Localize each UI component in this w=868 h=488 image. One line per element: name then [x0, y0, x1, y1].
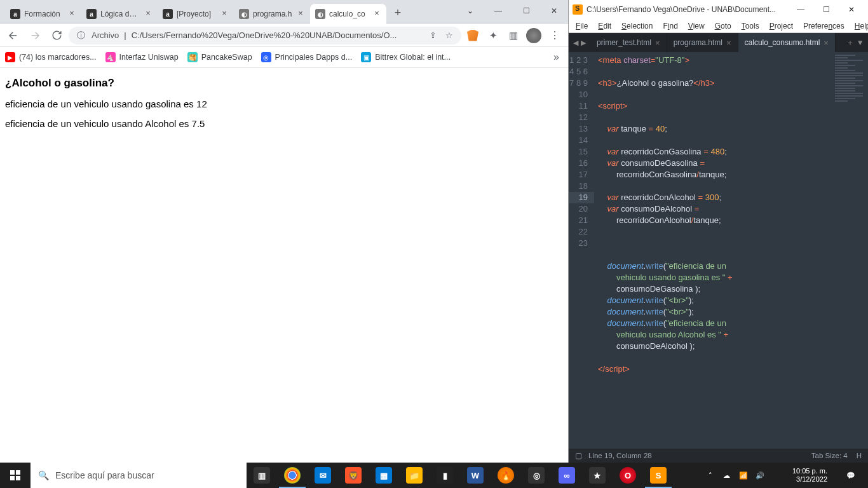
firefox-taskbar-icon[interactable]: 🔥	[491, 463, 521, 488]
favicon: a	[10, 9, 20, 19]
bittrex-icon: ▣	[361, 52, 371, 62]
url-scheme: Archivo	[92, 30, 119, 40]
new-tab-button[interactable]: +	[389, 4, 407, 22]
windows-logo-icon	[10, 470, 20, 480]
bookmarks-overflow-icon[interactable]: »	[550, 51, 563, 63]
maximize-button[interactable]: ☐	[512, 1, 540, 20]
bookmark-star-icon[interactable]: ☆	[444, 30, 455, 41]
line-gutter[interactable]: 1 2 3 4 5 6 7 8 9 10 11 12 13 14 15 16 1…	[569, 52, 594, 449]
obs-taskbar-icon[interactable]: ◎	[521, 463, 552, 488]
volume-tray-icon[interactable]: 🔊	[754, 470, 766, 481]
word-taskbar-icon[interactable]: W	[460, 463, 491, 488]
extensions-icon[interactable]: ✦	[484, 27, 502, 44]
bookmark-pancakeswap[interactable]: 🥞 PancakeSwap	[187, 52, 252, 62]
caret-down-icon[interactable]: ⌄	[456, 1, 484, 20]
minimize-button[interactable]: ―	[788, 1, 813, 18]
action-center-icon[interactable]: 💬	[837, 463, 864, 488]
close-icon[interactable]: ×	[655, 38, 660, 48]
tab-logica[interactable]: a Lógica de p ×	[81, 4, 158, 24]
tab-label: primer_test.html	[597, 38, 651, 47]
language-tray-icon[interactable]	[771, 470, 782, 481]
menu-preferences[interactable]: Preferences	[799, 20, 849, 32]
tab-history-nav[interactable]: ◀ ▶	[569, 33, 590, 52]
tab-label: [Proyecto]	[177, 10, 216, 18]
menu-selection[interactable]: Selection	[617, 20, 657, 32]
reload-button[interactable]	[47, 26, 66, 45]
brave-taskbar-icon[interactable]: 🦁	[338, 463, 369, 488]
task-view-button[interactable]: ▥	[247, 463, 277, 488]
minimize-button[interactable]: ―	[484, 1, 512, 20]
menu-view[interactable]: View	[684, 20, 709, 32]
profile-avatar[interactable]	[525, 27, 543, 44]
onedrive-tray-icon[interactable]: ☁	[721, 470, 733, 481]
sublime-tabs: primer_test.html × programa.html × calcu…	[590, 33, 843, 52]
menu-tools[interactable]: Tools	[737, 20, 764, 32]
page-heading: ¿Alcohol o gasolina?	[5, 77, 563, 90]
minimap[interactable]	[833, 52, 868, 449]
sublime-taskbar-icon[interactable]: S	[643, 463, 674, 488]
syntax-indicator[interactable]: H	[857, 452, 862, 459]
code-editor[interactable]: <meta charset="UTF-8"> <h3>¿Alcohol o ga…	[594, 52, 833, 449]
st-tab-programa[interactable]: programa.html ×	[667, 33, 738, 52]
maximize-button[interactable]: ☐	[813, 1, 839, 18]
close-icon[interactable]: ×	[144, 10, 153, 18]
uniswap-icon: 🦄	[105, 52, 116, 62]
close-button[interactable]: ✕	[540, 1, 568, 20]
bookmark-dapps[interactable]: ◎ Principales Dapps d...	[261, 52, 353, 62]
close-icon[interactable]: ×	[726, 38, 731, 48]
close-icon[interactable]: ×	[296, 10, 305, 18]
start-button[interactable]	[0, 463, 31, 488]
sublime-app-icon	[573, 4, 583, 15]
menu-project[interactable]: Project	[765, 20, 797, 32]
tab-label: calculo_consumo.html	[745, 38, 820, 47]
calculator-taskbar-icon[interactable]: ▦	[369, 463, 399, 488]
address-bar[interactable]: ⓘ Archivo | C:/Users/Fernando%20Vega/One…	[69, 27, 461, 44]
explorer-taskbar-icon[interactable]: 📁	[399, 463, 430, 488]
metamask-extension-icon[interactable]	[464, 27, 482, 44]
info-icon[interactable]: ⓘ	[75, 30, 86, 41]
kebab-menu-icon[interactable]: ⋮	[545, 26, 564, 45]
taskbar-search[interactable]: 🔍 Escribe aquí para buscar	[31, 463, 247, 488]
bookmarks-bar: ▶ (74) los marcadores... 🦄 Interfaz Unis…	[0, 47, 568, 68]
forward-button[interactable]	[25, 26, 44, 45]
menu-goto[interactable]: Goto	[710, 20, 736, 32]
menu-file[interactable]: File	[571, 20, 592, 32]
menu-edit[interactable]: Edit	[593, 20, 616, 32]
sublime-statusbar: ▢ Line 19, Column 28 Tab Size: 4 H	[569, 449, 868, 463]
st-tab-calculo-consumo[interactable]: calculo_consumo.html ×	[738, 33, 836, 52]
close-icon[interactable]: ×	[220, 10, 229, 18]
tab-overflow-controls[interactable]: ＋ ▼	[843, 33, 868, 52]
share-icon[interactable]: ⇪	[427, 30, 438, 41]
chrome-taskbar-icon[interactable]	[277, 463, 308, 488]
menu-help[interactable]: Help	[850, 20, 868, 32]
close-icon[interactable]: ×	[824, 38, 829, 48]
back-button[interactable]	[4, 26, 23, 45]
taskbar-clock[interactable]: 10:05 p. m. 3/12/2022	[787, 467, 832, 484]
sidepanel-icon[interactable]: ▥	[505, 27, 522, 44]
wifi-tray-icon[interactable]: 📶	[738, 470, 749, 481]
discord-taskbar-icon[interactable]: ∞	[552, 463, 582, 488]
tab-size[interactable]: Tab Size: 4	[811, 452, 848, 459]
close-icon[interactable]: ×	[67, 10, 76, 18]
tab-formacion[interactable]: a Formación ×	[5, 4, 81, 24]
bookmark-marcadores[interactable]: ▶ (74) los marcadores...	[5, 52, 97, 62]
tab-list: a Formación × a Lógica de p × a [Proyect…	[0, 0, 456, 24]
tab-proyecto[interactable]: a [Proyecto] ×	[158, 4, 234, 24]
mail-taskbar-icon[interactable]: ✉	[308, 463, 338, 488]
terminal-taskbar-icon[interactable]: ▮	[430, 463, 460, 488]
bookmark-bittrex[interactable]: ▣ Bittrex Global: el int...	[361, 52, 451, 62]
close-button[interactable]: ✕	[839, 1, 864, 18]
favicon: a	[86, 9, 97, 19]
panel-switcher-icon[interactable]: ▢	[575, 451, 582, 460]
bookmark-uniswap[interactable]: 🦄 Interfaz Uniswap	[105, 52, 179, 62]
close-icon[interactable]: ×	[372, 10, 381, 18]
tab-programa[interactable]: ◐ programa.h ×	[234, 4, 310, 24]
st-tab-primer-test[interactable]: primer_test.html ×	[590, 33, 667, 52]
windows-taskbar: 🔍 Escribe aquí para buscar ▥ ✉ 🦁 ▦ 📁 ▮ W…	[0, 463, 868, 488]
opera-taskbar-icon[interactable]: O	[613, 463, 643, 488]
app-taskbar-icon[interactable]: ★	[582, 463, 613, 488]
search-icon: 🔍	[38, 470, 49, 480]
tray-overflow-icon[interactable]: ˄	[705, 470, 716, 481]
tab-calculo-consumo[interactable]: ◐ calculo_co ×	[310, 4, 386, 24]
menu-find[interactable]: Find	[658, 20, 682, 32]
